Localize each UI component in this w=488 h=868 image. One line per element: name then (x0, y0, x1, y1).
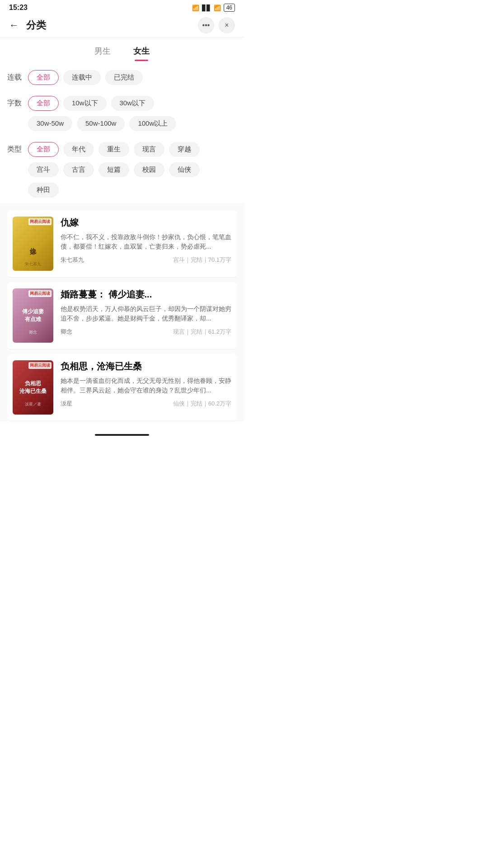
book-meta-1: 朱七慕九 宫斗｜完结｜70.1万字 (61, 256, 231, 264)
wordcount-chip-lt10w[interactable]: 10w以下 (63, 96, 107, 111)
type-chip-duanpian[interactable]: 短篇 (99, 162, 129, 177)
book-author-3: 汳星 (61, 400, 72, 408)
book-item-3[interactable]: 网易云阅读 负相思沧海已生桑 汳星／著 负相思，沧海已生桑 她本是一滴雀血衍化而… (7, 354, 237, 421)
book-info-1: 仇嫁 你不仁，我不义，投靠政敌斗倒你！抄家仇，负心恨，笔笔血债，都要偿！红嫁衣，… (61, 217, 231, 271)
book-cover-2: 网易云阅读 傅少追妻有点难 卿念 (13, 288, 53, 343)
wordcount-filter-row: 字数 全部 10w以下 30w以下 (7, 90, 237, 116)
type-chip-xianya[interactable]: 现言 (134, 142, 164, 157)
status-icons: 📶 ▊▊ 📶 46 (192, 4, 235, 12)
type-chip-chongsheng[interactable]: 重生 (99, 142, 129, 157)
tab-female[interactable]: 女生 (133, 46, 150, 61)
wordcount-chip-50to100w[interactable]: 50w-100w (77, 116, 125, 131)
wordcount-chips-row2: 30w-50w 50w-100w 100w以上 (7, 116, 237, 137)
cover-deco-3: 汳星／著 (13, 401, 53, 407)
battery-icon: 46 (224, 4, 235, 12)
book-author-2: 卿念 (61, 328, 72, 336)
wordcount-chips-row1: 全部 10w以下 30w以下 (28, 96, 237, 111)
book-meta-3: 汳星 仙侠｜完结｜60.2万字 (61, 400, 231, 408)
serial-chip-all[interactable]: 全部 (28, 70, 59, 85)
book-title-1: 仇嫁 (61, 217, 231, 229)
cover-title-2: 傅少追妻有点难 (19, 304, 47, 327)
type-chip-guyan[interactable]: 古言 (63, 162, 94, 177)
book-info-2: 婚路蔓蔓： 傅少追妻... 他是权势滔天，万人仰慕的风云巨子，却因为一个阴谋对她… (61, 288, 231, 343)
book-item-1[interactable]: 网易云阅读 仇嫁 朱七慕九 仇嫁 你不仁，我不义，投靠政敌斗倒你！抄家仇，负心恨… (7, 210, 237, 278)
book-author-1: 朱七慕九 (61, 256, 84, 264)
type-filter-row: 类型 全部 年代 重生 现言 穿越 (7, 137, 237, 162)
book-title-2: 婚路蔓蔓： 傅少追妻... (61, 288, 231, 301)
wordcount-chip-30to50w[interactable]: 30w-50w (28, 116, 72, 131)
type-chip-niandai[interactable]: 年代 (63, 142, 94, 157)
serial-label: 连载 (7, 70, 23, 82)
book-desc-1: 你不仁，我不义，投靠政敌斗倒你！抄家仇，负心恨，笔笔血债，都要偿！红嫁衣，血双鬟… (61, 232, 231, 251)
wifi-icon: 📶 (214, 5, 221, 11)
bluetooth-icon: 📶 (192, 5, 199, 11)
book-list: 网易云阅读 仇嫁 朱七慕九 仇嫁 你不仁，我不义，投靠政敌斗倒你！抄家仇，负心恨… (0, 203, 244, 421)
type-chip-xiaoyuan[interactable]: 校园 (134, 162, 164, 177)
serial-chip-finished[interactable]: 已完结 (105, 70, 143, 85)
type-chip-chuanyue[interactable]: 穿越 (169, 142, 200, 157)
serial-filter-row: 连载 全部 连载中 已完结 (7, 65, 237, 90)
book-tags-2: 现言｜完结｜61.2万字 (173, 328, 231, 336)
wordcount-label: 字数 (7, 96, 23, 108)
cover-badge-2: 网易云阅读 (28, 290, 52, 297)
wordcount-chip-gt100w[interactable]: 100w以上 (129, 116, 176, 131)
gender-tabs: 男生 女生 (0, 38, 244, 61)
book-desc-2: 他是权势滔天，万人仰慕的风云巨子，却因为一个阴谋对她穷追不舍，步步紧逼。她是财阀… (61, 304, 231, 323)
wordcount-chip-lt30w[interactable]: 30w以下 (111, 96, 155, 111)
cover-title-1: 仇嫁 (29, 243, 37, 245)
type-chips-row2: 宫斗 古言 短篇 校园 仙侠 (7, 162, 237, 183)
cover-badge-1: 网易云阅读 (28, 218, 52, 225)
cover-badge-3: 网易云阅读 (28, 362, 52, 369)
book-item-2[interactable]: 网易云阅读 傅少追妻有点难 卿念 婚路蔓蔓： 傅少追妻... 他是权势滔天，万人… (7, 282, 237, 349)
bottom-bar (0, 426, 244, 444)
serial-chip-ongoing[interactable]: 连载中 (63, 70, 101, 85)
serial-chips: 全部 连载中 已完结 (28, 70, 237, 85)
status-time: 15:23 (9, 4, 28, 12)
back-button[interactable]: ← (9, 19, 19, 31)
book-title-3: 负相思，沧海已生桑 (61, 360, 231, 373)
status-bar: 15:23 📶 ▊▊ 📶 46 (0, 0, 244, 14)
close-button[interactable]: × (219, 17, 235, 33)
tab-male[interactable]: 男生 (94, 46, 111, 61)
signal-icon: ▊▊ (202, 5, 211, 11)
page-title: 分类 (26, 19, 198, 32)
type-chip-zhongtian[interactable]: 种田 (28, 183, 59, 198)
nav-actions: ••• × (198, 17, 235, 33)
type-chip-gongdou[interactable]: 宫斗 (28, 162, 59, 177)
wordcount-chip-all[interactable]: 全部 (28, 96, 59, 111)
type-chips-row3: 种田 (7, 183, 237, 203)
more-button[interactable]: ••• (198, 17, 214, 33)
type-chip-xianxia[interactable]: 仙侠 (169, 162, 200, 177)
book-tags-3: 仙侠｜完结｜60.2万字 (173, 400, 231, 408)
book-info-3: 负相思，沧海已生桑 她本是一滴雀血衍化而成，无父无母无性别，得他眷顾，安静相伴。… (61, 360, 231, 415)
cover-deco-2: 卿念 (13, 330, 53, 335)
type-chip-all[interactable]: 全部 (28, 142, 59, 157)
book-cover-1: 网易云阅读 仇嫁 朱七慕九 (13, 217, 53, 271)
book-tags-1: 宫斗｜完结｜70.1万字 (173, 256, 231, 264)
cover-deco-1: 朱七慕九 (13, 261, 53, 267)
book-desc-3: 她本是一滴雀血衍化而成，无父无母无性别，得他眷顾，安静相伴。三界风云起，她会守在… (61, 376, 231, 395)
type-chips-row1: 全部 年代 重生 现言 穿越 (28, 142, 237, 157)
filter-section: 连载 全部 连载中 已完结 字数 全部 10w以下 30w以下 30w-50w … (0, 65, 244, 203)
book-meta-2: 卿念 现言｜完结｜61.2万字 (61, 328, 231, 336)
book-cover-3: 网易云阅读 负相思沧海已生桑 汳星／著 (13, 360, 53, 415)
cover-title-3: 负相思沧海已生桑 (16, 376, 50, 399)
type-label: 类型 (7, 142, 23, 154)
home-indicator (95, 434, 149, 436)
top-nav: ← 分类 ••• × (0, 14, 244, 38)
